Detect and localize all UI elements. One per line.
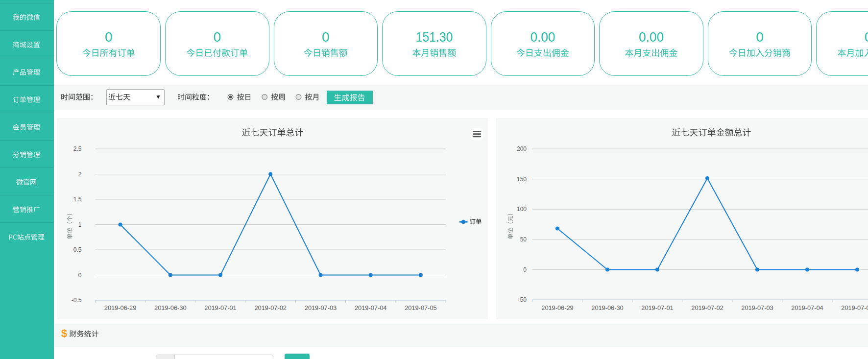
svg-text:0: 0: [78, 272, 82, 279]
svg-text:2.5: 2.5: [73, 145, 82, 152]
svg-text:2019-06-30: 2019-06-30: [154, 304, 186, 311]
svg-text:2019-06-29: 2019-06-29: [541, 304, 573, 311]
svg-text:2019-07-02: 2019-07-02: [254, 304, 286, 311]
svg-text:0.5: 0.5: [73, 246, 82, 253]
svg-text:0: 0: [214, 29, 221, 45]
svg-text:2019-07-03: 2019-07-03: [741, 304, 773, 311]
svg-text:-50: -50: [518, 296, 527, 303]
svg-text:200: 200: [517, 145, 527, 152]
svg-text:150: 150: [517, 176, 527, 183]
svg-text:0: 0: [756, 29, 764, 45]
svg-text:2019-07-02: 2019-07-02: [691, 304, 723, 311]
svg-text:100: 100: [517, 206, 527, 213]
svg-text:0.00: 0.00: [639, 29, 664, 45]
svg-text:2019-07-05: 2019-07-05: [841, 304, 868, 311]
svg-text:$: $: [61, 327, 67, 339]
svg-text:2019-07-01: 2019-07-01: [204, 304, 236, 311]
svg-text:2019-07-04: 2019-07-04: [791, 304, 823, 311]
svg-text:2019-07-01: 2019-07-01: [641, 304, 673, 311]
svg-text:-0.5: -0.5: [72, 297, 82, 304]
svg-text:1.5: 1.5: [73, 196, 82, 203]
svg-text:2019-07-04: 2019-07-04: [355, 304, 386, 311]
svg-text:0: 0: [523, 266, 527, 273]
svg-text:2: 2: [78, 171, 82, 178]
svg-text:2019-07-05: 2019-07-05: [405, 304, 436, 311]
svg-text:151.30: 151.30: [415, 29, 453, 45]
svg-text:0: 0: [322, 29, 330, 45]
svg-text:50: 50: [520, 236, 527, 243]
svg-text:2019-06-29: 2019-06-29: [104, 304, 136, 311]
svg-text:0.00: 0.00: [530, 29, 555, 45]
svg-text:0: 0: [105, 29, 113, 45]
svg-text:1: 1: [78, 221, 82, 228]
svg-text:2019-07-03: 2019-07-03: [305, 304, 337, 311]
svg-text:0: 0: [865, 29, 868, 45]
svg-text:2019-06-30: 2019-06-30: [591, 304, 623, 311]
